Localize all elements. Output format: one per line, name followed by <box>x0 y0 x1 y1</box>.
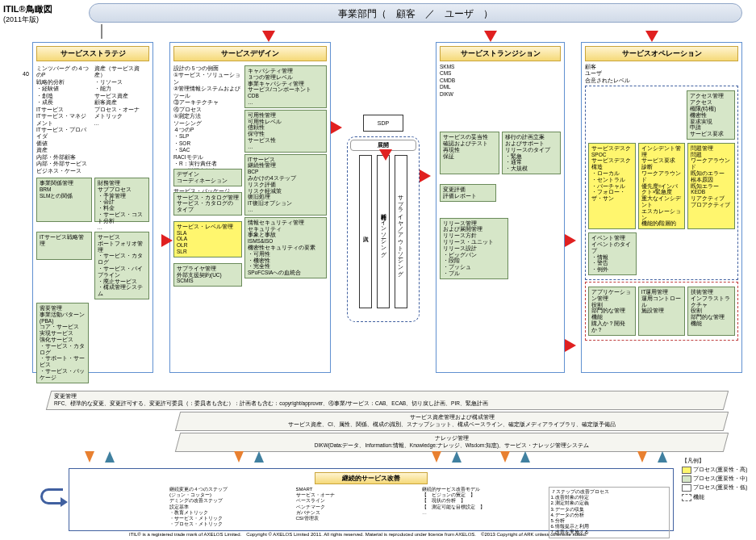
arrow-down-icon <box>379 149 392 161</box>
line-icon <box>101 24 102 39</box>
swatch-white <box>682 484 691 492</box>
box-it-strategy: ITサービス戦略管理 <box>36 232 92 260</box>
csi-col1: 継続変更の４つのステップ (ジョン・コッター) デミングの改善ステップ 設定基準… <box>169 487 286 538</box>
csi-col4: ７ステップの改善プロセス 1.改善対象の特定 2.測定対象の定義 3.データの収… <box>549 487 670 538</box>
strategy-left-list: ミンツバーグ の４つのP 戦略的分析 ・経験値 ・創造 ・成長 ITサービス I… <box>36 65 92 174</box>
arrow-up-teal-icon <box>520 451 530 463</box>
arrow-down-icon <box>484 31 497 42</box>
arrow-up-teal-icon <box>452 451 462 463</box>
col-strategy: サービスストラテジ ミンツバーグ の４つのP 戦略的分析 ・経験値 ・創造 ・成… <box>32 42 153 373</box>
bar-knowledge: ナレッジ管理 DIKW(Data:データ、Information:情報、Know… <box>175 433 729 452</box>
arrow-right-icon <box>161 234 173 247</box>
box-portfolio: サービス ポートフォリオ管理 ・サービス・カタログ ・サービス・パイプライン ・… <box>94 232 150 299</box>
arrow-up-teal-icon <box>658 451 667 463</box>
page-title: ITIL®鳥瞰図 <box>3 3 52 15</box>
sdp-box: SDP <box>363 115 403 132</box>
legend-title: 【凡例】 <box>682 458 750 465</box>
csi-col3: 継続的サービス改善モデル 【 ビジョンの策定 】 【 現状の分析 】 【 測定可… <box>422 487 539 538</box>
box-servicedesk: サービスデスク SPOC サービスデスク構造 ・ローカル ・セントラル ・バーチ… <box>588 143 636 229</box>
arrow-right-icon <box>565 339 576 352</box>
arrow-up-teal-icon <box>254 451 264 463</box>
arrow-up-teal-icon <box>105 451 115 463</box>
bar-sacm: サービス資産管理および構成管理 サービス資産、CI、属性、関係、構成の識別、スナ… <box>175 412 729 431</box>
op-dash-top: アクセス管理 アクセス 権限(特権) 機密性 要求実現 申請 サービス要求 サー… <box>585 86 738 280</box>
vbox-buy: 購入 <box>359 155 372 308</box>
box-security: 情報セキュリティ管理 セキュリティ 事象と事故 ISMS&ISO 機密性セキュリ… <box>244 217 327 278</box>
box-brm: 事業関係管理 BRM SLMとの関係 <box>36 178 92 222</box>
box-slm: サービス・レベル管理 SLA OLA OLR SLR <box>173 221 242 257</box>
footer: ITIL® is a registered trade mark of AXEL… <box>129 531 587 538</box>
hdr-operation: サービスオペレーション <box>585 46 738 61</box>
box-validation: サービスの妥当性 確認およびテスト 再現性 保証 <box>440 132 499 174</box>
box-financial: 財務管理 サブプロセス ・予算管理 ・会計 ・料金 ・サービス・コスト分析 … <box>94 178 150 222</box>
arrow-right-icon <box>331 121 342 134</box>
arrow-right-icon <box>565 234 576 247</box>
box-problem: 問題管理 問題 ワークアラウンド 既知のエラー 根本原因 既知エラー KEDB … <box>687 143 735 229</box>
box-availability: 可用性管理 可用性レベル 信頼性 保守性 サービス性 … <box>244 110 327 153</box>
arrow-down-orange-icon <box>500 451 510 463</box>
deploy-dash: 展開 購入 自社開発／インソーシング サプライヤ／アウトソーシング <box>347 136 420 322</box>
cycle-arrow-icon <box>40 488 63 504</box>
page-subtitle: (2011年版) <box>3 15 39 25</box>
customer-bar: 事業部門（ 顧客 ／ ユーザ ） <box>89 3 742 23</box>
col-transition: サービストランジション SKMS CMS CMDB DML DIKW サービスの… <box>436 42 565 373</box>
legend: 【凡例】 プロセス(重要性・高) プロセス(重要性・中) プロセス(重要性・低)… <box>682 456 750 503</box>
arrow-right-icon <box>420 170 431 182</box>
vbox-insrc: 自社開発／インソーシング <box>377 155 390 308</box>
arrow-down-orange-icon <box>85 451 94 463</box>
box-catalog: サービス・カタログ管理 サービス・カタログの タイプ <box>173 192 242 216</box>
horizontal-bars: 変更発生 変更管理 RFC、標準的な変更、変更許可する、変更許可委員（：委員者も… <box>48 389 726 454</box>
arrow-down-icon <box>645 31 658 42</box>
box-it-ops: IT運用管理 運用コントロール 施設管理 <box>638 287 686 336</box>
op-list: 顧客 ユーザ 合意されたレベル <box>585 64 738 84</box>
page-num: 40 <box>23 71 29 77</box>
box-transition-plan: 移行の計画立案 およびサポート リリースのタイプ ・緊急 ・通常 ・大規模 <box>502 132 562 174</box>
box-continuity: ITサービス 継続性管理 BCP みかけの4ステップ リスク評価 リスク軽減策 … <box>244 154 327 216</box>
arrow-down-icon <box>262 31 275 42</box>
box-design-coord: デザイン コーディネーション <box>173 169 242 186</box>
hdr-design: サービスデザイン <box>173 46 327 61</box>
arrow-down-orange-icon <box>432 451 441 463</box>
hdr-strategy: サービスストラテジ <box>36 46 149 61</box>
col-design: サービスデザイン 設計の５つの側面 ①サービス・ソリューション ②管理情報システ… <box>169 42 331 373</box>
vbox-outsrc: サプライヤ／アウトソーシング <box>395 155 407 308</box>
box-tech-mgmt: 技術管理 インフラストラクチャ 役割 部門的な管理 機能 <box>687 287 735 336</box>
box-capacity: キャパシティ管理 ３つの管理レベル 事業キャパシティ管理 サービス/コンポーネン… <box>244 65 327 108</box>
transition-list: SKMS CMS CMDB DML DIKW <box>440 64 561 98</box>
strategy-right-list: 資産（サービス資産） ・リソース ・能力 サービス資産 顧客資産 プロセス・オー… <box>94 65 150 174</box>
box-release: リリース管理 および展開管理 リリース方針 リリース・ユニット リリース設計 ・… <box>440 218 508 279</box>
box-change-eval: 変更評価 評価レポート <box>440 184 496 202</box>
box-access: アクセス管理 アクセス 権限(特権) 機密性 要求実現 申請 サービス要求 <box>687 90 735 140</box>
box-demand: 需要管理 事業活動パターン(PBA) コア・サービス 実現サービス 強化サービス… <box>36 303 89 383</box>
box-event: イベント管理 イベントのタイプ ・情報 ・警告 ・例外 <box>588 232 637 275</box>
csi-col2: SMART サービス・オーナ ベースライン ベンチマーク ガバナンス CSI管理… <box>296 487 413 538</box>
box-incident: インシデント管理 サービス要求 診断 ワークアラウンド 優先度=インパクト×緊急… <box>638 143 686 229</box>
csi-box: 継続的サービス改善 継続変更の４つのステップ (ジョン・コッター) デミングの改… <box>69 468 674 531</box>
swatch-dash <box>682 494 691 501</box>
swatch-green <box>682 475 691 483</box>
box-app-mgmt: アプリケーション管理 役割 部門的な管理 機能 購入か？開発か？ <box>588 287 636 336</box>
main-diagram: サービスストラテジ ミンツバーグ の４つのP 戦略的分析 ・経験値 ・創造 ・成… <box>32 42 742 437</box>
col-operation: サービスオペレーション 顧客 ユーザ 合意されたレベル アクセス管理 アクセス … <box>581 42 742 373</box>
arrow-down-orange-icon <box>637 451 647 463</box>
col-middle: SDP 展開 購入 自社開発／インソーシング サプライヤ／アウトソーシング <box>347 42 420 373</box>
arrow-down-orange-icon <box>234 451 244 463</box>
csi-header: 継続的サービス改善 <box>315 472 428 484</box>
box-supplier: サプライヤ管理 外部支援契約(UC) SCMIS <box>173 263 242 287</box>
op-dash-bottom: アプリケーション管理 役割 部門的な管理 機能 購入か？開発か？ IT運用管理 … <box>585 282 738 341</box>
hdr-transition: サービストランジション <box>440 46 561 61</box>
swatch-yellow <box>682 467 691 474</box>
bar-change: 変更発生 変更管理 RFC、標準的な変更、変更許可する、変更許可委員（：委員者も… <box>46 391 729 410</box>
